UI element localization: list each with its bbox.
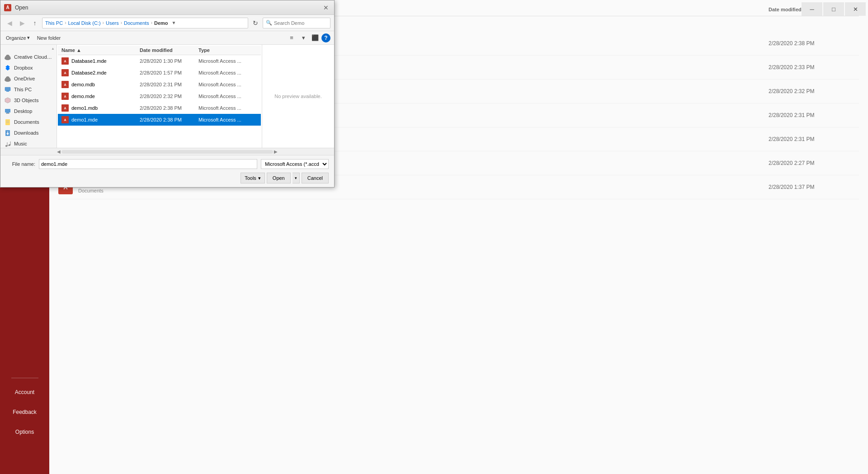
sidebar-icon [4, 97, 11, 104]
preview-text: No preview available. [274, 94, 322, 99]
sidebar-item-documents[interactable]: Documents [0, 117, 57, 127]
view-details-button[interactable]: ≡ [286, 33, 297, 43]
view-dropdown-button[interactable]: ▾ [298, 33, 309, 43]
organize-button[interactable]: Organize ▾ [4, 34, 32, 42]
file-row[interactable]: Ademo1.mdb2/28/2020 2:38 PMMicrosoft Acc… [58, 102, 261, 114]
scroll-right-button[interactable]: ▶ [274, 149, 278, 154]
col-name-header[interactable]: Name ▲ [61, 47, 140, 53]
file-icon: A [61, 116, 69, 123]
filename-input[interactable] [39, 159, 257, 169]
scroll-left-button[interactable]: ◀ [57, 149, 61, 154]
help-button[interactable]: ? [321, 33, 330, 42]
dialog-footer: File name: Microsoft Access (*.accdb;*.m… [0, 155, 334, 187]
sidebar-item-music[interactable]: Music [0, 138, 57, 148]
recent-file-date: 2/28/2020 2:32 PM [769, 88, 859, 94]
sidebar-icon [4, 118, 11, 126]
dialog-close-button[interactable]: ✕ [321, 3, 330, 12]
new-folder-button[interactable]: New folder [35, 34, 63, 42]
sidebar-item-label: Downloads [14, 130, 38, 136]
window-controls[interactable]: ─ □ ✕ [802, 2, 866, 16]
file-row[interactable]: Ademo.mde2/28/2020 2:32 PMMicrosoft Acce… [58, 90, 261, 102]
recent-file-date: 2/28/2020 2:33 PM [769, 64, 859, 70]
search-box[interactable]: 🔍 [263, 18, 330, 28]
dialog-nav-toolbar: ◀ ▶ ↑ This PC › Local Disk (C:) › Users … [0, 15, 334, 31]
sidebar-item-label: This PC [14, 87, 32, 92]
close-button[interactable]: ✕ [845, 2, 866, 16]
breadcrumb-demo: Demo [154, 20, 168, 26]
sidebar-item-dropbox[interactable]: Dropbox [0, 62, 57, 73]
file-date: 2/28/2020 2:38 PM [140, 105, 198, 111]
col-type-header[interactable]: Type [198, 47, 257, 53]
cancel-button[interactable]: Cancel [302, 173, 329, 183]
sidebar-item-creative-cloud-files[interactable]: Creative Cloud Files [0, 52, 57, 62]
forward-button[interactable]: ▶ [17, 18, 28, 28]
sidebar-item-label: Music [14, 141, 27, 146]
sidebar-icon [4, 129, 11, 136]
svg-point-22 [5, 145, 7, 147]
breadcrumb-users[interactable]: Users [106, 20, 119, 26]
recent-file-date: 2/28/2020 2:31 PM [769, 136, 859, 142]
svg-marker-12 [5, 98, 10, 103]
svg-point-9 [6, 76, 9, 80]
recent-file-date: 2/28/2020 2:31 PM [769, 112, 859, 118]
file-row[interactable]: Ademo.mdb2/28/2020 2:31 PMMicrosoft Acce… [58, 79, 261, 90]
sidebar-icon [4, 64, 11, 71]
open-dropdown-button[interactable]: ▾ [292, 173, 300, 183]
sep3: › [121, 20, 122, 25]
file-type: Microsoft Access ... [198, 94, 257, 99]
sidebar-options[interactable]: Options [0, 426, 49, 438]
sidebar-icon [4, 75, 11, 82]
sidebar-item-this-pc[interactable]: This PC [0, 84, 57, 95]
file-name: demo1.mdb [71, 105, 140, 111]
scroll-track[interactable] [61, 150, 273, 154]
file-name: Database1.mde [71, 58, 140, 64]
breadcrumb-thispc[interactable]: This PC [45, 20, 63, 26]
search-icon: 🔍 [266, 20, 272, 26]
sidebar-item-desktop[interactable]: Desktop [0, 106, 57, 117]
recent-file-type: Documents [78, 188, 769, 193]
open-button[interactable]: Open [267, 173, 291, 183]
file-type: Microsoft Access ... [198, 82, 257, 87]
view-preview-button[interactable]: ⬛ [310, 33, 321, 43]
sidebar-item-3d-objects[interactable]: 3D Objects [0, 95, 57, 106]
svg-rect-10 [5, 87, 10, 91]
file-icon: A [61, 81, 69, 88]
footer-buttons: Tools ▾ Open ▾ Cancel [6, 173, 329, 183]
sep4: › [151, 20, 152, 25]
breadcrumb-documents[interactable]: Documents [124, 20, 149, 26]
sidebar-icon [4, 86, 11, 93]
file-date: 2/28/2020 1:30 PM [140, 58, 198, 64]
file-rows: ADatabase1.mde2/28/2020 1:30 PMMicrosoft… [58, 55, 261, 126]
view-buttons: ≡ ▾ ⬛ ? [286, 33, 330, 43]
dialog-sidebar: ▲ Creative Cloud FilesDropboxOneDriveThi… [0, 45, 57, 148]
refresh-button[interactable]: ↻ [250, 18, 261, 28]
sidebar-item-onedrive[interactable]: OneDrive [0, 73, 57, 84]
filetype-select[interactable]: Microsoft Access (*.accdb;*.mc [261, 159, 329, 169]
breadcrumb-dropdown-icon[interactable]: ▼ [172, 20, 176, 25]
scroll-up-indicator: ▲ [0, 47, 57, 51]
recent-file-date: 2/28/2020 2:27 PM [769, 160, 859, 166]
back-button[interactable]: ◀ [4, 18, 15, 28]
dialog-title: Open [15, 5, 321, 11]
svg-rect-11 [6, 91, 9, 92]
sidebar-icon [4, 140, 11, 147]
recent-file-date: 2/28/2020 1:37 PM [769, 184, 859, 190]
search-input[interactable] [274, 20, 327, 26]
up-button[interactable]: ↑ [29, 18, 40, 28]
file-date: 2/28/2020 2:31 PM [140, 82, 198, 87]
sidebar-account[interactable]: Account [0, 386, 49, 398]
breadcrumb-localdisk[interactable]: Local Disk (C:) [68, 20, 100, 26]
maximize-button[interactable]: □ [823, 2, 844, 16]
col-date-header[interactable]: Date modified [140, 47, 198, 53]
tools-label: Tools [245, 175, 256, 181]
sidebar-item-downloads[interactable]: Downloads [0, 127, 57, 138]
file-row[interactable]: Ademo1.mde2/28/2020 2:38 PMMicrosoft Acc… [58, 114, 261, 126]
sidebar-feedback[interactable]: Feedback [0, 406, 49, 418]
minimize-button[interactable]: ─ [802, 2, 822, 16]
file-type: Microsoft Access ... [198, 70, 257, 75]
file-row[interactable]: ADatabase2.mde2/28/2020 1:57 PMMicrosoft… [58, 67, 261, 79]
file-row[interactable]: ADatabase1.mde2/28/2020 1:30 PMMicrosoft… [58, 55, 261, 67]
tools-button[interactable]: Tools ▾ [241, 173, 265, 183]
h-scrollbar[interactable]: ◀ ▶ [0, 148, 334, 155]
sep2: › [103, 20, 104, 25]
